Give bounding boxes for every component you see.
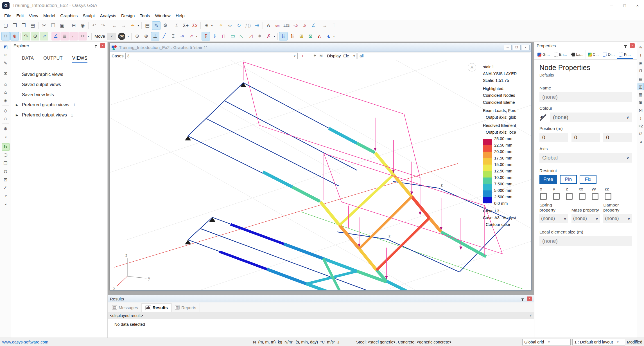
trim-icon[interactable]: ✂ [78,32,87,41]
explorer-tab[interactable]: OUTPUT [43,56,63,63]
explorer-list-item[interactable]: ▶ Preferred output views 1 [11,110,107,120]
left-strip-icon[interactable] [2,78,10,80]
open-icon[interactable]: ❐ [10,21,19,30]
animation-icon[interactable]: ▤ [638,75,644,82]
support-icon[interactable]: ⊥ [151,32,159,41]
node-load-icon[interactable]: ↧ [202,32,210,41]
goto-icon[interactable]: ⇥ [253,21,261,30]
painter-dropdown-icon[interactable]: ▾ [137,21,140,30]
close-panel-icon[interactable]: × [527,296,532,301]
toolbar-icon[interactable] [171,22,171,29]
spring-property-select[interactable]: (none)∨ [539,214,568,223]
element-dropdown-icon[interactable]: ▾ [195,32,198,41]
multiload-dropdown-icon[interactable]: ▾ [332,32,336,41]
view-3d-box-icon[interactable]: ◇ [2,107,10,114]
menu-item[interactable]: Edit [14,12,26,19]
view-back-icon[interactable]: ⌂ [2,88,10,96]
menu-item[interactable]: Window [153,12,173,19]
cases-combo[interactable]: 3 ∨ [125,53,298,59]
restraint-button[interactable]: Pin [560,175,577,184]
move-dropdown-icon[interactable]: ▾ [126,32,130,41]
add-decimal-icon[interactable]: +.0 [291,21,300,30]
toolbar-icon[interactable] [68,22,68,29]
beam-load-icon[interactable]: ⇓ [211,32,219,41]
child-close-button[interactable]: × [522,45,530,50]
colour-select[interactable]: (none) ∨ [550,113,632,122]
view-settings-icon[interactable]: ▣ [638,59,644,67]
load-case-icon[interactable]: ⇅ [288,32,297,41]
annotation-badge[interactable]: A [468,63,476,71]
display-list-input[interactable]: all [358,53,530,59]
expand-arrow-icon[interactable]: ▶ [16,103,18,107]
load-x-icon[interactable]: ◭ [315,32,324,41]
menu-item[interactable]: View [26,12,41,19]
left-strip-icon[interactable] [2,68,10,69]
contour-settings-icon[interactable]: ▦ [638,91,644,98]
shrink-icon[interactable]: ⋈ [638,107,644,114]
mail-icon[interactable]: ✉ [2,70,10,77]
forward-icon[interactable]: → [119,21,128,30]
sculpt-mode-icon[interactable]: ✎ [2,59,10,67]
offset-icon[interactable]: ↗ [187,32,195,41]
toolbar-icon[interactable] [38,22,39,29]
find-icon[interactable]: ∞ [226,21,234,30]
pin-icon[interactable] [624,45,627,46]
zoom-window-icon[interactable]: ❐ [2,159,10,167]
menu-item[interactable]: File [2,12,14,19]
restraint-checkbox[interactable] [592,193,598,200]
collapse-right-icon[interactable]: ◂ [638,138,644,145]
position-input[interactable]: 0 [539,133,568,142]
move-mode-combo[interactable]: ∨ [107,33,116,40]
menu-item[interactable]: Graphics [58,12,80,19]
tri-load-icon[interactable]: ◺ [238,32,246,41]
split-element-icon[interactable]: ⌐ [69,32,78,41]
print-preview-icon[interactable]: ◉ [78,21,87,30]
new-icon[interactable]: ▢ [1,21,10,30]
zoom-icon[interactable]: ❍ [2,151,10,159]
function-icon[interactable]: ƒ() [244,21,252,30]
delete-results-icon[interactable]: Σx [191,21,199,30]
results-tab[interactable]: ▥ Reports [171,303,200,312]
select-elements-icon[interactable]: ⊡ [2,176,10,183]
close-panel-icon[interactable]: × [100,43,105,48]
collapse-group-icon[interactable]: ◂ [2,133,10,141]
toolbar-icon[interactable] [91,33,92,40]
copy-icon[interactable]: ❏ [49,21,57,30]
grid-area-load-icon[interactable]: ⊠ [306,32,315,41]
explorer-list-item[interactable]: Saved output views [11,80,107,90]
pin-icon[interactable] [95,45,97,46]
menu-item[interactable]: Design [119,12,137,19]
modify-vector-icon[interactable]: ∡ [51,32,60,41]
damper-property-select[interactable]: (none)∨ [603,214,632,223]
toolbar-icon[interactable] [20,33,21,40]
toolbar-icon[interactable] [319,22,319,29]
child-restore-button[interactable]: ❐ [513,45,521,50]
position-input[interactable]: 0 [603,133,632,142]
section-icon[interactable]: ⌶ [169,32,177,41]
properties-tab[interactable]: La... [569,50,586,59]
orbit-box-icon[interactable]: ◫ [638,83,644,90]
toolbar-icon[interactable] [215,22,215,29]
load-dropdown-icon[interactable]: ▾ [273,32,276,41]
restraint-button[interactable]: Fix [580,175,596,184]
toolbar-icon[interactable] [277,33,278,40]
section-i-icon[interactable]: I [638,51,644,59]
node-number-icon[interactable]: ⊚ [142,32,150,41]
properties-tab[interactable]: En... [552,50,569,59]
add-node-icon[interactable]: ⊕ [10,32,19,41]
thermal-load-icon[interactable]: ✶ [256,32,264,41]
extrude-icon[interactable]: ≣ [60,32,69,41]
person-icon[interactable]: ☥ [312,53,318,59]
cut-icon[interactable]: ✂ [40,21,48,30]
toolbar-icon[interactable] [131,33,132,40]
angle-icon[interactable]: ∠ [309,21,318,30]
area-load-icon[interactable]: ▭ [229,32,237,41]
toolbar-icon[interactable] [200,33,200,40]
menu-item[interactable]: Tools [137,12,152,19]
measure-angle-icon[interactable]: ∠ [2,184,10,192]
rotate-view-icon[interactable]: ↻ [2,143,10,151]
explorer-list-item[interactable]: Saved graphic views [11,69,107,80]
model-3d-view[interactable]: z z z y x [110,60,531,290]
restraint-button[interactable]: Free [539,175,557,184]
display-entity-combo[interactable]: Ele ∨ [342,53,356,59]
